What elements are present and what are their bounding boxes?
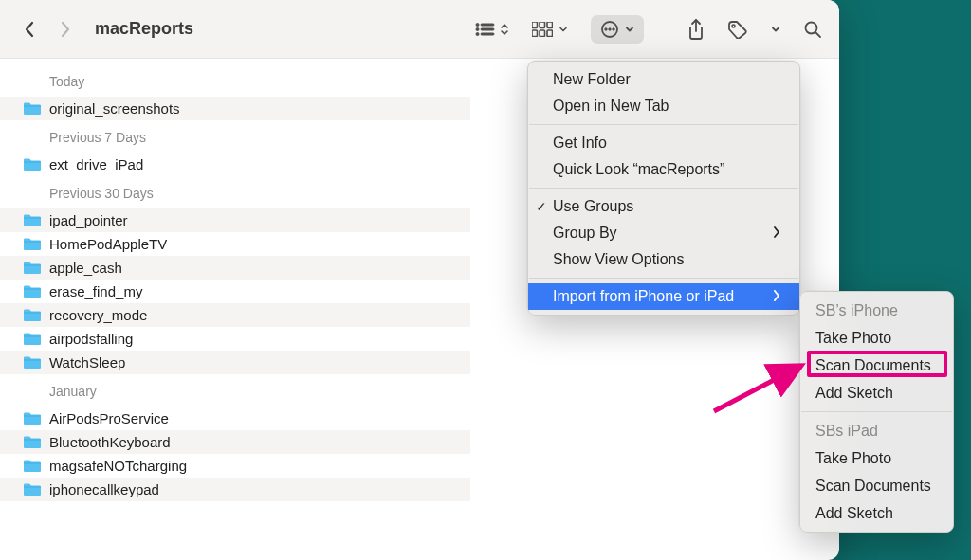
menu-use-groups[interactable]: Use Groups [528,193,799,220]
file-row[interactable]: erase_find_my [0,280,470,303]
svg-rect-1 [481,24,494,26]
folder-icon [23,213,42,227]
file-row[interactable]: ipad_pointer [0,208,470,232]
file-row[interactable]: WatchSleep [0,351,470,374]
file-list[interactable]: Todayoriginal_screenshotsPrevious 7 Days… [0,59,470,560]
menu-separator [529,124,798,125]
menu-import-from-device[interactable]: Import from iPhone or iPad [528,283,799,310]
share-button[interactable] [687,15,705,44]
file-name: airpodsfalling [49,331,133,347]
toolbar: macReports [0,0,839,59]
file-row[interactable]: apple_cash [0,256,470,280]
search-button[interactable] [803,15,822,44]
window-title: macReports [95,19,193,39]
context-menu: New Folder Open in New Tab Get Info Quic… [527,61,800,316]
section-header: Previous 30 Days [0,176,470,208]
grid-view-button[interactable] [532,15,568,44]
file-row[interactable]: airpodsfalling [0,327,470,351]
section-header: Previous 7 Days [0,120,470,153]
file-name: AirPodsProService [49,410,169,426]
file-row[interactable]: iphonecallkeypad [0,478,470,501]
svg-point-16 [732,25,735,27]
folder-icon [23,308,42,322]
submenu-header-ipad: SBs iPad [800,417,953,444]
file-name: original_screenshots [49,100,180,117]
actions-menu-button[interactable] [591,15,644,44]
svg-rect-6 [532,22,538,28]
folder-icon [23,237,42,251]
file-row[interactable]: original_screenshots [0,97,470,120]
menu-show-view-options[interactable]: Show View Options [528,246,799,273]
menu-item-label: Import from iPhone or iPad [553,288,734,305]
file-name: WatchSleep [49,354,125,370]
list-view-button[interactable] [475,15,509,44]
toolbar-group-actions [687,15,822,44]
svg-rect-9 [532,30,538,37]
folder-icon [23,261,42,275]
submenu-scan-documents-iphone[interactable]: Scan Documents [800,352,953,379]
tags-button[interactable] [727,15,748,44]
folder-icon [23,101,42,116]
file-row[interactable]: AirPodsProService [0,406,470,430]
folder-icon [23,459,42,473]
svg-rect-5 [481,33,494,35]
file-name: ext_drive_iPad [49,156,143,172]
submenu-take-photo-iphone[interactable]: Take Photo [800,324,953,352]
submenu-header-iphone: SB’s iPhone [800,297,953,324]
folder-icon [23,284,42,298]
file-name: erase_find_my [49,283,142,299]
svg-rect-7 [540,22,545,28]
file-name: apple_cash [49,260,122,276]
menu-new-folder[interactable]: New Folder [528,66,799,93]
folder-icon [23,411,42,425]
folder-icon [23,355,42,370]
file-row[interactable]: magsafeNOTcharging [0,454,470,478]
file-name: ipad_pointer [49,212,128,228]
toolbar-group-view [475,15,644,44]
section-header: January [0,374,470,406]
submenu-scan-documents-ipad[interactable]: Scan Documents [800,472,953,499]
menu-get-info[interactable]: Get Info [528,130,799,156]
svg-rect-10 [540,30,545,37]
menu-open-new-tab[interactable]: Open in New Tab [528,93,799,119]
back-button[interactable] [17,17,42,42]
svg-point-15 [613,27,614,29]
submenu-add-sketch-iphone[interactable]: Add Sketch [800,379,953,406]
svg-point-14 [609,27,611,29]
menu-separator [529,188,798,189]
folder-icon [23,332,42,346]
svg-point-0 [476,23,479,26]
context-submenu: SB’s iPhone Take Photo Scan Documents Ad… [799,291,954,533]
menu-item-label: Group By [553,225,617,242]
file-row[interactable]: HomePodAppleTV [0,232,470,256]
file-row[interactable]: BluetoothKeyboard [0,430,470,454]
file-name: iphonecallkeypad [49,481,159,497]
file-row[interactable]: ext_drive_iPad [0,153,470,176]
folder-icon [23,157,42,172]
svg-rect-8 [547,22,553,28]
svg-point-2 [476,27,479,30]
menu-quick-look[interactable]: Quick Look “macReports” [528,156,799,183]
file-name: HomePodAppleTV [49,236,167,252]
file-row[interactable]: recovery_mode [0,303,470,327]
file-name: magsafeNOTcharging [49,458,187,474]
folder-icon [23,435,42,449]
section-header: Today [0,59,470,97]
chevron-right-icon [773,288,780,305]
chevron-right-icon [773,225,780,242]
menu-separator [529,278,798,279]
svg-rect-11 [547,30,553,37]
dropdown-button[interactable] [771,15,780,44]
svg-rect-3 [481,28,494,30]
svg-point-4 [476,32,479,35]
forward-button[interactable] [53,17,78,42]
file-name: BluetoothKeyboard [49,434,171,450]
svg-point-13 [605,27,607,29]
folder-icon [23,482,42,497]
submenu-add-sketch-ipad[interactable]: Add Sketch [800,499,953,527]
menu-separator [801,411,952,412]
submenu-take-photo-ipad[interactable]: Take Photo [800,444,953,472]
menu-group-by[interactable]: Group By [528,220,799,246]
file-name: recovery_mode [49,307,147,323]
